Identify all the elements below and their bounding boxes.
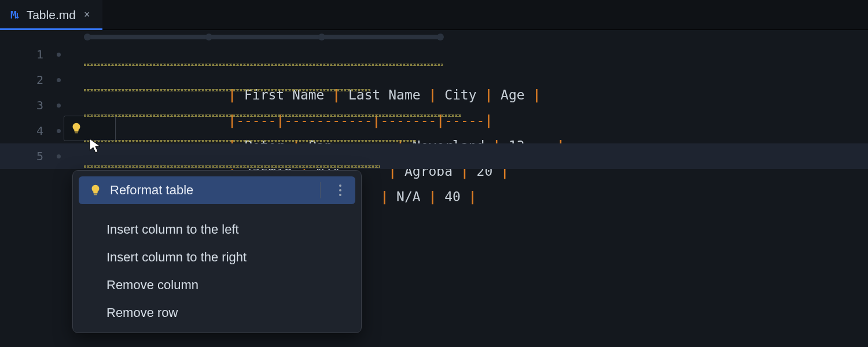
menu-item-insert-col-right[interactable]: Insert column to the right <box>79 243 355 271</box>
line-number: 2 <box>0 67 67 93</box>
menu-item-label: Remove column <box>106 278 198 293</box>
intention-bulb-button[interactable] <box>64 116 116 141</box>
warning-squiggle <box>84 165 380 168</box>
warning-squiggle <box>84 115 461 117</box>
gutter-grip-icon <box>57 53 61 57</box>
menu-item-remove-column[interactable]: Remove column <box>79 271 355 299</box>
line-number: 1 <box>0 42 67 67</box>
code-area[interactable]: | First Name | Last Name | City | Age | … <box>67 30 868 347</box>
warning-squiggle <box>84 64 443 66</box>
tab-bar: M↓ Table.md × <box>0 0 868 30</box>
code-line[interactable]: |-----|-----------|-------|-----| <box>67 67 868 93</box>
gutter-grip-icon <box>57 129 61 133</box>
editor: 1 2 3 4 5 | First Name | Last Name | Cit… <box>0 30 868 347</box>
menu-separator <box>320 182 321 198</box>
tab-table-md[interactable]: M↓ Table.md × <box>0 0 102 29</box>
code-line[interactable]: | Jasmin | N/A | Agroba | 20 | <box>67 118 868 143</box>
tab-bar-remainder <box>102 0 868 29</box>
gutter: 1 2 3 4 5 <box>0 30 67 347</box>
code-line[interactable]: | Jack | Sparrow | N/A | 40 | <box>67 143 868 169</box>
kebab-icon[interactable] <box>339 184 341 196</box>
menu-item-reformat-table[interactable]: Reformat table <box>79 176 355 204</box>
menu-item-label: Reformat table <box>110 183 193 198</box>
menu-item-remove-row[interactable]: Remove row <box>79 299 355 327</box>
close-icon[interactable]: × <box>82 9 93 21</box>
menu-item-label: Remove row <box>106 305 178 320</box>
column-guide <box>84 35 443 39</box>
line-number: 4 <box>0 118 67 143</box>
tab-title: Table.md <box>27 8 76 22</box>
line-number: 5 <box>0 143 67 169</box>
gutter-grip-icon <box>57 154 61 158</box>
warning-squiggle <box>84 89 370 91</box>
lightbulb-icon <box>89 184 102 197</box>
menu-item-insert-col-left[interactable]: Insert column to the left <box>79 216 355 243</box>
line-number: 3 <box>0 93 67 118</box>
menu-item-label: Insert column to the left <box>106 222 239 237</box>
code-line[interactable]: | Peter | Pan | Neverland | 13 | <box>67 93 868 118</box>
lightbulb-icon <box>70 122 83 135</box>
gutter-grip-icon <box>57 104 61 108</box>
markdown-file-icon: M↓ <box>10 9 21 21</box>
intention-actions-popup: Reformat table Insert column to the left… <box>72 170 362 333</box>
warning-squiggle <box>84 140 417 142</box>
menu-group: Insert column to the left Insert column … <box>79 210 355 327</box>
menu-item-label: Insert column to the right <box>106 250 247 265</box>
code-line[interactable]: | First Name | Last Name | City | Age | <box>67 42 868 67</box>
gutter-grip-icon <box>57 78 61 82</box>
code-lines: | First Name | Last Name | City | Age | … <box>67 42 868 169</box>
